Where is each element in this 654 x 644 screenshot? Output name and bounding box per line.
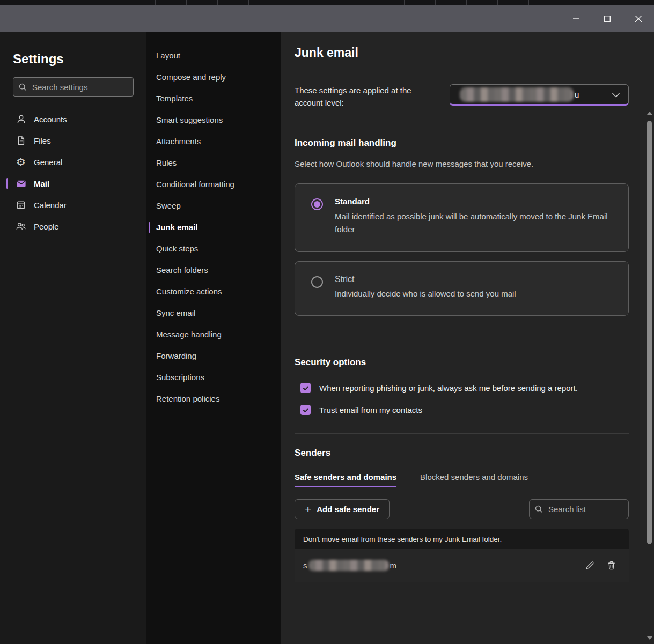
nav-item-sync-email[interactable]: Sync email bbox=[146, 302, 281, 324]
sidebar-item-files[interactable]: Files bbox=[0, 130, 146, 151]
vertical-scrollbar[interactable] bbox=[645, 107, 653, 644]
sidebar-item-accounts[interactable]: Accounts bbox=[0, 108, 146, 130]
nav-item-rules[interactable]: Rules bbox=[146, 152, 281, 174]
person-icon bbox=[15, 113, 27, 125]
checkbox-label: Trust email from my contacts bbox=[319, 405, 422, 414]
scrollbar-thumb[interactable] bbox=[647, 121, 652, 544]
account-level-label: These settings are applied at the accoun… bbox=[295, 84, 435, 109]
sidebar-item-general[interactable]: ⚙ General bbox=[0, 151, 146, 173]
section-divider bbox=[295, 344, 629, 344]
redacted-sender-email bbox=[308, 560, 389, 571]
nav-item-conditional-formatting[interactable]: Conditional formatting bbox=[146, 174, 281, 195]
junk-email-panel: Junk email These settings are applied at… bbox=[281, 32, 654, 644]
edit-sender-button[interactable] bbox=[582, 558, 598, 574]
nav-item-label: Junk email bbox=[156, 223, 198, 232]
list-header: Don't move email from these senders to m… bbox=[295, 529, 629, 549]
search-list-box[interactable] bbox=[529, 499, 629, 519]
nav-item-smart-suggestions[interactable]: Smart suggestions bbox=[146, 109, 281, 131]
sender-email-prefix: s bbox=[303, 561, 307, 570]
account-select-dropdown[interactable]: u bbox=[450, 84, 629, 106]
tab-blocked-senders[interactable]: Blocked senders and domains bbox=[420, 472, 528, 487]
senders-heading: Senders bbox=[295, 448, 629, 458]
section-divider bbox=[295, 433, 629, 434]
nav-item-forwarding[interactable]: Forwarding bbox=[146, 345, 281, 367]
browser-tabstrip-sliver bbox=[0, 0, 654, 5]
radio-standard-selected[interactable] bbox=[311, 198, 323, 210]
security-options-heading: Security options bbox=[295, 357, 629, 368]
minimize-button[interactable] bbox=[561, 5, 592, 32]
trash-icon bbox=[606, 560, 616, 571]
incoming-mail-heading: Incoming mail handling bbox=[295, 138, 629, 149]
checkbox-row-report-ask: When reporting phishing or junk, always … bbox=[295, 383, 629, 393]
settings-title: Settings bbox=[13, 51, 146, 66]
check-icon bbox=[303, 385, 309, 391]
sender-row: s m bbox=[295, 549, 629, 582]
checkbox-row-trust-contacts: Trust email from my contacts bbox=[295, 405, 629, 415]
sidebar-item-mail[interactable]: Mail bbox=[0, 173, 146, 194]
checkbox-checked[interactable] bbox=[300, 405, 311, 415]
nav-item-junk-email[interactable]: Junk email bbox=[146, 217, 281, 238]
nav-item-customize-actions[interactable]: Customize actions bbox=[146, 281, 281, 302]
sidebar-category-list: Accounts Files ⚙ General bbox=[0, 108, 146, 237]
nav-item-message-handling[interactable]: Message handling bbox=[146, 324, 281, 345]
panel-content: These settings are applied at the accoun… bbox=[281, 73, 654, 582]
nav-item-retention-policies[interactable]: Retention policies bbox=[146, 388, 281, 410]
safe-senders-list: Don't move email from these senders to m… bbox=[295, 529, 629, 582]
radio-strict-unselected[interactable] bbox=[311, 276, 323, 288]
nav-item-layout[interactable]: Layout bbox=[146, 45, 281, 66]
option-card-strict[interactable]: Strict Individually decide who is allowe… bbox=[295, 261, 629, 316]
add-safe-sender-label: Add safe sender bbox=[317, 505, 379, 514]
maximize-button[interactable] bbox=[592, 5, 623, 32]
search-icon bbox=[19, 83, 27, 91]
nav-item-templates[interactable]: Templates bbox=[146, 88, 281, 109]
plus-icon: + bbox=[305, 504, 311, 515]
mail-icon bbox=[15, 177, 27, 189]
sidebar-item-label: People bbox=[34, 222, 59, 231]
selected-indicator bbox=[149, 222, 150, 233]
pencil-icon bbox=[585, 560, 595, 571]
search-list-input[interactable] bbox=[547, 504, 623, 514]
incoming-mail-subtext: Select how Outlook should handle new mes… bbox=[295, 159, 629, 168]
delete-sender-button[interactable] bbox=[603, 558, 619, 574]
sidebar-item-people[interactable]: People bbox=[0, 216, 146, 237]
close-icon bbox=[635, 16, 642, 22]
checkbox-label: When reporting phishing or junk, always … bbox=[319, 383, 578, 393]
option-description: Mail identified as possible junk will be… bbox=[335, 210, 615, 236]
sidebar-item-label: Accounts bbox=[34, 115, 67, 124]
nav-item-quick-steps[interactable]: Quick steps bbox=[146, 238, 281, 260]
option-description: Individually decide who is allowed to se… bbox=[335, 287, 516, 300]
sidebar-item-calendar[interactable]: Calendar bbox=[0, 194, 146, 216]
nav-item-compose-and-reply[interactable]: Compose and reply bbox=[146, 66, 281, 88]
sidebar-item-label: Mail bbox=[34, 179, 49, 188]
settings-search-input[interactable] bbox=[31, 82, 128, 92]
option-title: Strict bbox=[335, 275, 516, 284]
sidebar-item-label: General bbox=[34, 158, 62, 167]
minimize-icon bbox=[573, 16, 579, 22]
settings-sidebar: Settings Accounts Files bbox=[0, 32, 146, 644]
active-tab-underline bbox=[295, 486, 396, 487]
gear-icon: ⚙ bbox=[15, 156, 27, 168]
search-icon bbox=[535, 505, 543, 513]
nav-item-sweep[interactable]: Sweep bbox=[146, 195, 281, 217]
page-title: Junk email bbox=[295, 46, 358, 60]
chevron-down-icon bbox=[612, 90, 620, 99]
nav-item-attachments[interactable]: Attachments bbox=[146, 131, 281, 152]
selected-indicator bbox=[6, 178, 8, 189]
people-icon bbox=[15, 220, 27, 232]
redacted-account-email bbox=[460, 87, 574, 102]
nav-item-search-folders[interactable]: Search folders bbox=[146, 260, 281, 281]
scroll-down-arrow-icon[interactable] bbox=[647, 636, 652, 640]
tab-safe-senders[interactable]: Safe senders and domains bbox=[295, 472, 396, 487]
checkbox-checked[interactable] bbox=[300, 383, 311, 393]
add-safe-sender-button[interactable]: + Add safe sender bbox=[295, 499, 390, 519]
settings-window: Settings Accounts Files bbox=[0, 0, 654, 644]
window-titlebar bbox=[0, 5, 654, 32]
sender-email-suffix: m bbox=[390, 561, 397, 570]
tab-label: Blocked senders and domains bbox=[420, 472, 528, 482]
option-card-standard[interactable]: Standard Mail identified as possible jun… bbox=[295, 183, 629, 252]
close-button[interactable] bbox=[623, 5, 654, 32]
nav-item-subscriptions[interactable]: Subscriptions bbox=[146, 367, 281, 388]
settings-search-box[interactable] bbox=[13, 77, 134, 97]
scroll-up-arrow-icon[interactable] bbox=[647, 112, 652, 115]
mail-settings-nav: Layout Compose and reply Templates Smart… bbox=[146, 32, 281, 644]
